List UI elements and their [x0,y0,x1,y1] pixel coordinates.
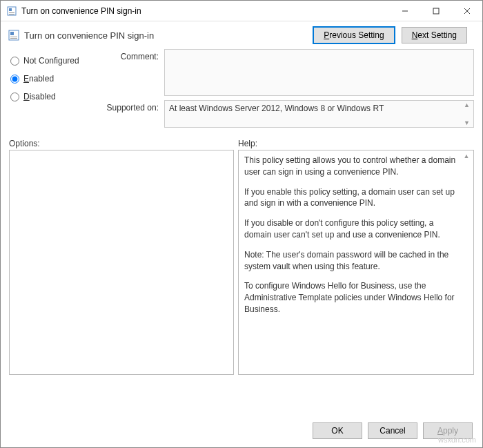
svg-rect-1 [9,8,12,11]
policy-header-icon [8,29,20,41]
supported-on-textbox: At least Windows Server 2012, Windows 8 … [164,100,474,128]
help-paragraph: Note: The user's domain password will be… [244,249,458,273]
previous-setting-button[interactable]: Previous Setting [313,27,394,43]
policy-icon [6,6,17,17]
help-pane: ▲ This policy setting allows you to cont… [238,150,474,375]
cancel-button[interactable]: Cancel [368,422,417,439]
svg-rect-5 [433,8,439,14]
svg-rect-3 [9,14,14,14]
next-setting-button[interactable]: Next Setting [402,27,467,43]
help-paragraph: If you disable or don't configure this p… [244,217,458,241]
supported-spin-up-icon[interactable]: ▲ [461,101,473,108]
window-title: Turn on convenience PIN sign-in [21,6,389,16]
radio-disabled[interactable]: Disabled [10,88,93,106]
radio-disabled-input[interactable] [10,92,19,101]
watermark: wsxdn.com [438,436,476,444]
options-pane [9,150,234,375]
maximize-button[interactable] [420,1,451,21]
minimize-button[interactable] [389,1,420,21]
help-paragraph: If you enable this policy setting, a dom… [244,186,458,210]
comment-textbox[interactable] [164,49,474,96]
radio-enabled[interactable]: Enabled [10,70,93,88]
help-scroll-up-icon[interactable]: ▲ [461,152,472,161]
titlebar: Turn on convenience PIN sign-in [1,1,482,21]
svg-rect-10 [10,37,17,37]
help-paragraph: To configure Windows Hello for Business,… [244,280,458,315]
supported-spin-down-icon[interactable]: ▼ [461,119,473,126]
ok-button[interactable]: OK [313,422,362,439]
radio-not-configured[interactable]: Not Configured [10,52,93,70]
close-button[interactable] [451,1,482,21]
radio-enabled-input[interactable] [10,75,19,84]
help-paragraph: This policy setting allows you to contro… [244,155,458,178]
radio-not-configured-input[interactable] [10,57,19,66]
help-label: Help: [238,139,257,148]
svg-rect-2 [9,12,14,13]
options-label: Options: [9,139,238,148]
policy-name: Turn on convenience PIN sign-in [24,30,313,41]
svg-rect-9 [10,32,14,35]
supported-label: Supported on: [99,100,164,113]
comment-label: Comment: [99,49,164,61]
svg-rect-11 [10,38,17,39]
